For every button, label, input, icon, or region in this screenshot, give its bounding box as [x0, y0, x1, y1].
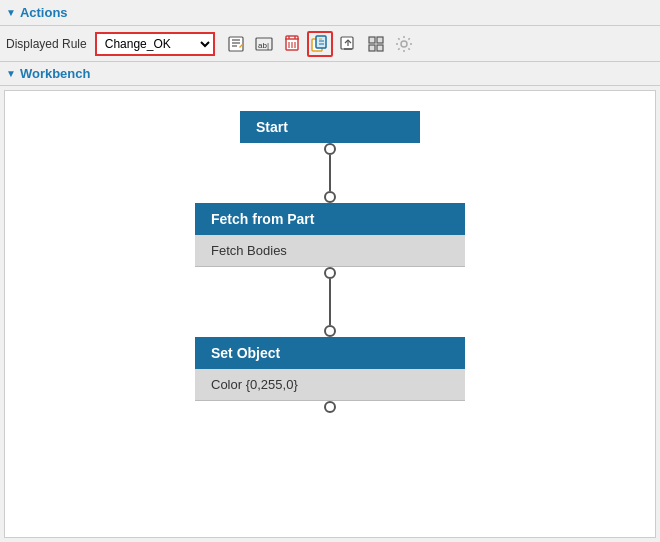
svg-text:ab|: ab|	[258, 41, 269, 50]
fetch-node-wrapper: Fetch from Part Fetch Bodies	[195, 203, 465, 279]
rename-rule-button[interactable]: ab|	[251, 31, 277, 57]
connector-line-1	[329, 155, 331, 191]
edit-rule-button[interactable]	[223, 31, 249, 57]
actions-label: Actions	[20, 5, 68, 20]
toolbar: Displayed Rule Change_OK Rule1 Rule2 ab|	[0, 26, 660, 62]
set-node-wrapper: Set Object Color {0,255,0}	[195, 337, 465, 413]
workbench-label: Workbench	[20, 66, 91, 81]
canvas-area: Start Fetch from Part Fetch Bodies Set O…	[4, 90, 656, 538]
flow-diagram: Start Fetch from Part Fetch Bodies Set O…	[5, 91, 655, 413]
fetch-node-top-connector	[324, 191, 336, 203]
svg-rect-22	[377, 37, 383, 43]
svg-point-25	[401, 41, 407, 47]
fetch-node-bottom-connector	[324, 267, 336, 279]
fetch-node-header[interactable]: Fetch from Part	[195, 203, 465, 235]
displayed-rule-dropdown[interactable]: Change_OK Rule1 Rule2	[95, 32, 215, 56]
set-node-body: Color {0,255,0}	[195, 369, 465, 401]
displayed-rule-label: Displayed Rule	[6, 37, 87, 51]
svg-rect-18	[341, 37, 353, 49]
workbench-collapse-arrow[interactable]: ▼	[6, 68, 16, 79]
connector-line-2	[329, 279, 331, 325]
actions-collapse-arrow[interactable]: ▼	[6, 7, 16, 18]
set-node-top-connector	[324, 325, 336, 337]
toolbar-buttons-group: ab|	[223, 31, 417, 57]
svg-rect-0	[229, 37, 243, 51]
start-node-bottom-connector	[324, 143, 336, 155]
start-node-wrapper: Start	[240, 111, 420, 155]
svg-rect-14	[316, 36, 326, 48]
export-rule-button[interactable]	[335, 31, 361, 57]
actions-bar: ▼ Actions	[0, 0, 660, 26]
copy-rule-button[interactable]	[307, 31, 333, 57]
fetch-node-body: Fetch Bodies	[195, 235, 465, 267]
set-node-header[interactable]: Set Object	[195, 337, 465, 369]
set-node-bottom-connector	[324, 401, 336, 413]
svg-rect-24	[377, 45, 383, 51]
grid-view-button[interactable]	[363, 31, 389, 57]
delete-rule-button[interactable]	[279, 31, 305, 57]
start-node[interactable]: Start	[240, 111, 420, 143]
settings-button[interactable]	[391, 31, 417, 57]
svg-rect-23	[369, 45, 375, 51]
svg-rect-21	[369, 37, 375, 43]
workbench-bar: ▼ Workbench	[0, 62, 660, 86]
